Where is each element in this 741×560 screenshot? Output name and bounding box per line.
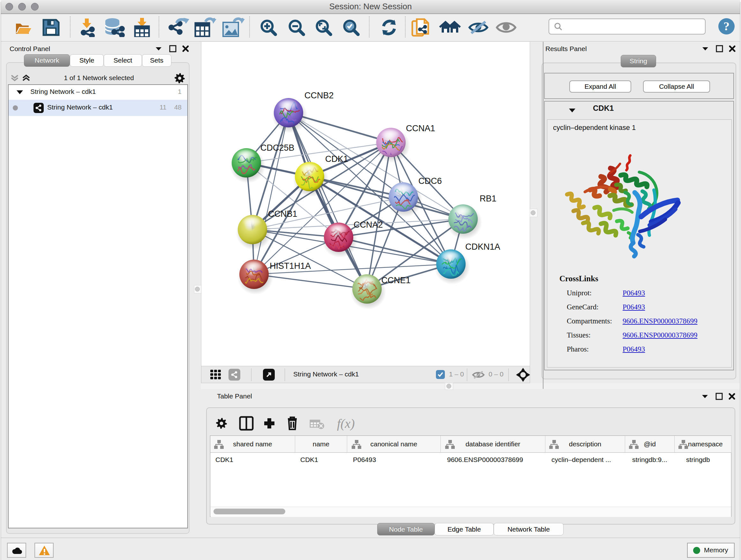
svg-text:CCNA1: CCNA1 [406, 124, 435, 133]
svg-text:f(x): f(x) [337, 416, 355, 431]
svg-text:CCNB2: CCNB2 [305, 91, 334, 100]
svg-text:CCNB1: CCNB1 [268, 209, 297, 219]
svg-text:CDC6: CDC6 [418, 176, 442, 186]
svg-text:CDKN1A: CDKN1A [465, 242, 500, 252]
svg-text:CCNA2: CCNA2 [354, 220, 383, 230]
svg-text:CDK1: CDK1 [325, 154, 348, 164]
svg-text:RB1: RB1 [480, 194, 496, 203]
svg-text:CDC25B: CDC25B [260, 143, 294, 152]
svg-text:HIST1H1A: HIST1H1A [270, 261, 311, 271]
svg-text:CCNE1: CCNE1 [381, 275, 411, 285]
